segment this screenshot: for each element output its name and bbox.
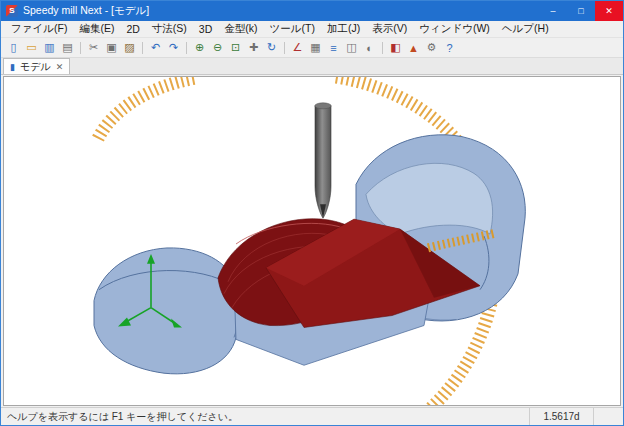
- tab-close-icon[interactable]: ✕: [56, 62, 64, 72]
- app-window: { "window": { "title": "Speedy mill Next…: [0, 0, 624, 426]
- section-view-icon[interactable]: ◧: [387, 39, 404, 56]
- settings-icon[interactable]: ⚙: [423, 39, 440, 56]
- redo-icon[interactable]: ↷: [165, 39, 182, 56]
- zoom-in-icon[interactable]: ⊕: [191, 39, 208, 56]
- viewport-3d[interactable]: [3, 76, 621, 406]
- save-icon[interactable]: ▥: [41, 39, 58, 56]
- open-folder-icon[interactable]: ▭: [23, 39, 40, 56]
- zoom-out-icon[interactable]: ⊖: [209, 39, 226, 56]
- layers-icon[interactable]: ≡: [325, 39, 342, 56]
- menu-item-mold[interactable]: 金型(k): [218, 22, 263, 36]
- close-button[interactable]: ✕: [595, 1, 623, 21]
- menu-item-3d[interactable]: 3D: [193, 23, 218, 35]
- menu-item-window[interactable]: ウィンドウ(W): [413, 22, 496, 36]
- shaded-view-icon[interactable]: ◐: [361, 39, 378, 56]
- copy-icon[interactable]: ▣: [103, 39, 120, 56]
- grid-icon[interactable]: ▦: [307, 39, 324, 56]
- zoom-fit-icon[interactable]: ⊡: [227, 39, 244, 56]
- menu-item-dimension[interactable]: 寸法(S): [146, 22, 193, 36]
- resize-grip[interactable]: [593, 408, 623, 425]
- model-left-block: [94, 248, 238, 374]
- menu-item-tool[interactable]: ツール(T): [264, 22, 321, 36]
- cutting-tool: [315, 103, 331, 218]
- titlebar: S Speedy mill Next - [モデル] – □ ✕: [1, 1, 623, 21]
- measure-icon[interactable]: ∠: [289, 39, 306, 56]
- new-file-icon[interactable]: ▯: [5, 39, 22, 56]
- cad-scene: [4, 77, 620, 405]
- window-title: Speedy mill Next - [モデル]: [23, 4, 149, 18]
- undo-icon[interactable]: ↶: [147, 39, 164, 56]
- status-help-text: ヘルプを表示するには F1 キーを押してください。: [1, 410, 529, 424]
- toolpath-icon[interactable]: ▲: [405, 39, 422, 56]
- viewport-frame: [1, 75, 623, 407]
- statusbar: ヘルプを表示するには F1 キーを押してください。 1.5617d: [1, 407, 623, 425]
- toolbar-separator: [142, 42, 143, 54]
- menu-item-view[interactable]: 表示(V): [366, 22, 413, 36]
- menu-item-help[interactable]: ヘルプ(H): [496, 22, 555, 36]
- app-logo-icon: S: [6, 5, 18, 17]
- toolbar-separator: [80, 42, 81, 54]
- toolbar-separator: [382, 42, 383, 54]
- document-tabbar: ▮ モデル ✕: [1, 58, 623, 75]
- document-icon: ▮: [10, 62, 15, 72]
- maximize-button[interactable]: □: [567, 1, 595, 21]
- toolbar: ▯ ▭ ▥ ▤ ✂ ▣ ▨ ↶ ↷ ⊕ ⊖ ⊡ ✚ ↻ ∠ ▦ ≡ ◫ ◐ ◧ …: [1, 38, 623, 58]
- print-icon[interactable]: ▤: [59, 39, 76, 56]
- menu-item-machining[interactable]: 加工(J): [321, 22, 366, 36]
- menu-item-edit[interactable]: 編集(E): [73, 22, 120, 36]
- window-controls: – □ ✕: [539, 1, 623, 21]
- rotate-view-icon[interactable]: ↻: [263, 39, 280, 56]
- menu-item-file[interactable]: ファイル(F): [5, 22, 73, 36]
- wireframe-icon[interactable]: ◫: [343, 39, 360, 56]
- paste-icon[interactable]: ▨: [121, 39, 138, 56]
- pan-icon[interactable]: ✚: [245, 39, 262, 56]
- toolbar-separator: [186, 42, 187, 54]
- minimize-button[interactable]: –: [539, 1, 567, 21]
- tab-model[interactable]: ▮ モデル ✕: [3, 58, 70, 74]
- tab-label: モデル: [20, 60, 51, 74]
- status-value: 1.5617d: [529, 408, 593, 425]
- toolbar-separator: [284, 42, 285, 54]
- menu-item-2d[interactable]: 2D: [120, 23, 145, 35]
- help-icon[interactable]: ?: [441, 39, 458, 56]
- menubar: ファイル(F) 編集(E) 2D 寸法(S) 3D 金型(k) ツール(T) 加…: [1, 21, 623, 38]
- cut-icon[interactable]: ✂: [85, 39, 102, 56]
